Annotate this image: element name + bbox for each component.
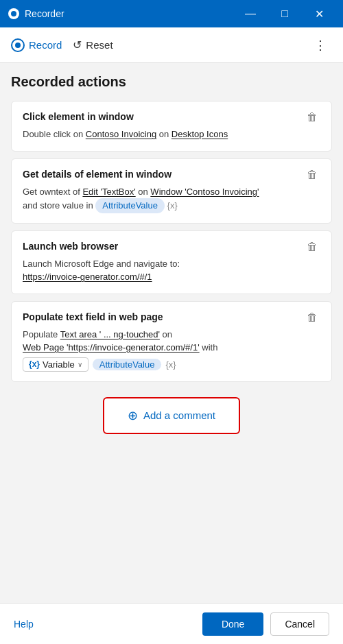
action-card-2-header: Get details of element in window 🗑 <box>23 169 320 181</box>
close-button[interactable]: ✕ <box>303 3 335 25</box>
action-card-3-body: Launch Microsoft Edge and navigate to: h… <box>23 257 320 284</box>
action-card-3-title: Launch web browser <box>23 241 118 252</box>
action-card-2-body: Get owntext of Edit 'TextBox' on Window … <box>23 185 320 213</box>
record-circle-icon <box>11 38 25 52</box>
delete-action-3-button[interactable]: 🗑 <box>304 241 320 253</box>
action-card-4-body: Populate Text area ' ... ng-touched' on … <box>23 328 320 355</box>
title-bar: Recorder — □ ✕ <box>0 0 343 27</box>
toolbar-left: Record ↺ Reset <box>11 38 113 52</box>
action-1-link-2[interactable]: Desktop Icons <box>172 129 228 139</box>
action-1-text-2: on <box>156 129 172 139</box>
variable-chip-icon: {x} <box>29 359 40 369</box>
more-options-button[interactable]: ⋮ <box>309 35 332 56</box>
add-comment-button[interactable]: ⊕ Add a comment <box>103 397 240 434</box>
action-card-2: Get details of element in window 🗑 Get o… <box>11 158 332 224</box>
add-comment-label: Add a comment <box>143 409 215 421</box>
action-1-text-1: Double click on <box>23 129 86 139</box>
var-row-braces: {x} <box>165 359 176 370</box>
action-2-link-1[interactable]: Edit 'TextBox' <box>82 187 135 197</box>
svg-point-0 <box>11 11 16 16</box>
var-row: {x} Variable ∨ AttributeValue {x} <box>23 357 320 372</box>
reset-icon: ↺ <box>73 38 82 51</box>
action-card-1-body: Double click on Contoso Invoicing on Des… <box>23 128 320 141</box>
add-comment-container: ⊕ Add a comment <box>11 397 332 434</box>
minimize-button[interactable]: — <box>235 3 266 25</box>
title-bar-left: Recorder <box>8 8 64 19</box>
footer-buttons: Done Cancel <box>202 612 329 636</box>
action-1-link-1[interactable]: Contoso Invoicing <box>86 129 156 139</box>
action-card-3-header: Launch web browser 🗑 <box>23 241 320 253</box>
main-content: Recorded actions Click element in window… <box>0 63 343 603</box>
action-2-text-1: Get owntext of <box>23 187 82 197</box>
done-button[interactable]: Done <box>202 612 263 636</box>
delete-action-2-button[interactable]: 🗑 <box>304 169 320 181</box>
action-2-link-2[interactable]: Window 'Contoso Invoicing' <box>150 187 259 197</box>
record-inner-dot <box>15 43 21 48</box>
title-bar-controls: — □ ✕ <box>235 3 335 25</box>
variable-chip[interactable]: {x} Variable ∨ <box>23 357 88 372</box>
action-2-braces: {x} <box>165 200 178 211</box>
action-2-text-3: and store value in <box>23 200 95 211</box>
variable-chip-chevron: ∨ <box>78 361 82 368</box>
record-label: Record <box>29 39 62 51</box>
action-card-2-title: Get details of element in window <box>23 169 172 180</box>
app-icon <box>8 8 19 19</box>
window-title: Recorder <box>25 8 64 19</box>
add-comment-plus-icon: ⊕ <box>128 408 138 423</box>
cancel-button[interactable]: Cancel <box>270 612 329 636</box>
action-card-4-title: Populate text field in web page <box>23 311 163 322</box>
reset-button[interactable]: ↺ Reset <box>73 38 113 51</box>
action-3-text-1: Launch Microsoft Edge and navigate to: <box>23 259 180 269</box>
maximize-button[interactable]: □ <box>269 3 300 25</box>
action-4-text-3: with <box>200 342 218 353</box>
action-4-text-1: Populate <box>23 329 60 339</box>
action-card-1-header: Click element in window 🗑 <box>23 111 320 123</box>
action-card-3: Launch web browser 🗑 Launch Microsoft Ed… <box>11 230 332 294</box>
action-card-1: Click element in window 🗑 Double click o… <box>11 101 332 152</box>
attribute-value-chip-2: AttributeValue <box>93 359 162 370</box>
toolbar: Record ↺ Reset ⋮ <box>0 27 343 63</box>
page-title: Recorded actions <box>11 74 332 90</box>
action-4-text-2: on <box>160 329 172 339</box>
action-3-link-1[interactable]: https://invoice-generator.com/#/1 <box>23 272 152 282</box>
action-4-link-1[interactable]: Text area ' ... ng-touched' <box>60 329 160 339</box>
action-4-link-2[interactable]: Web Page 'https://invoice-generator.com/… <box>23 342 200 353</box>
reset-label: Reset <box>86 39 113 51</box>
record-button[interactable]: Record <box>11 38 62 52</box>
footer: Help Done Cancel <box>0 603 343 644</box>
variable-chip-label: Variable <box>43 359 75 370</box>
action-2-text-2: on <box>136 187 151 197</box>
delete-action-4-button[interactable]: 🗑 <box>304 311 320 324</box>
action-card-4: Populate text field in web page 🗑 Popula… <box>11 301 332 382</box>
attribute-value-chip-1: AttributeValue <box>95 198 165 213</box>
action-card-4-header: Populate text field in web page 🗑 <box>23 311 320 324</box>
action-card-1-title: Click element in window <box>23 111 134 122</box>
help-link[interactable]: Help <box>14 619 34 630</box>
delete-action-1-button[interactable]: 🗑 <box>304 111 320 123</box>
